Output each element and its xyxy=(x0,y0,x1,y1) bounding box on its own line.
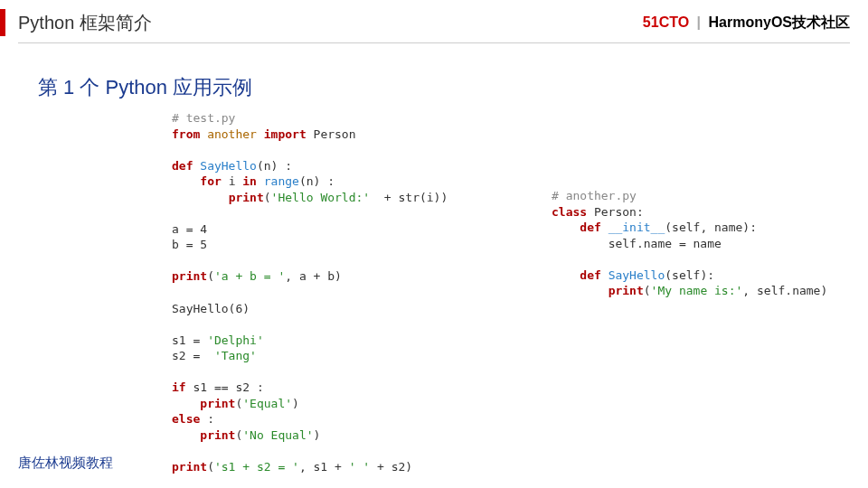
string-literal: 'a + b = ' xyxy=(214,269,285,283)
sayhello-params: (self): xyxy=(665,268,714,282)
builtin-range: range xyxy=(264,174,299,188)
slide-header: Python 框架简介 51CTO | HarmonyOS技术社区 xyxy=(18,11,850,43)
expr: , s1 + xyxy=(299,460,349,474)
keyword-print: print xyxy=(200,397,235,410)
string-literal: 'Delphi' xyxy=(207,333,264,347)
keyword-def: def xyxy=(172,159,193,173)
else-tail: : xyxy=(200,412,214,426)
string-literal: 'No Equal' xyxy=(242,428,313,442)
keyword-import: import xyxy=(264,127,307,141)
string-literal: 'Hello World:' xyxy=(271,191,371,204)
s1-assign: s1 = xyxy=(172,333,207,347)
keyword-from: from xyxy=(172,127,200,141)
expr-tail: + s2) xyxy=(370,460,412,474)
section-title: 第 1 个 Python 应用示例 xyxy=(38,74,252,101)
brand-harmony: HarmonyOS技术社区 xyxy=(709,14,850,30)
keyword-in: in xyxy=(242,174,257,188)
brand-51cto: 51CTO xyxy=(643,14,689,30)
keyword-else: else xyxy=(172,412,200,426)
comment: # test.py xyxy=(172,111,235,125)
header-title: Python 框架简介 xyxy=(18,11,152,35)
keyword-print: print xyxy=(172,269,207,283)
var: i xyxy=(229,174,236,188)
brand-separator: | xyxy=(697,14,701,30)
keyword-def: def xyxy=(580,268,600,282)
keyword-print: print xyxy=(172,460,207,474)
init-params: (self, name): xyxy=(665,221,757,234)
assign-a: a = 4 xyxy=(172,222,207,236)
expr: , a + b) xyxy=(285,269,342,283)
keyword-print: print xyxy=(609,284,644,297)
code-block-test-py: # test.py from another import Person def… xyxy=(172,110,448,488)
keyword-class: class xyxy=(552,205,587,219)
params: (n) : xyxy=(257,159,292,173)
comment: # another.py xyxy=(552,189,637,202)
print-tail: , self.name) xyxy=(742,284,827,297)
assign-b: b = 5 xyxy=(172,238,207,251)
dunder-init: __init__ xyxy=(609,221,665,234)
footer-credit: 唐佐林视频教程 xyxy=(18,455,113,472)
function-name: SayHello xyxy=(609,268,665,282)
keyword-if: if xyxy=(172,380,186,394)
module-name: another xyxy=(207,127,257,141)
expr: + str(i)) xyxy=(370,191,448,204)
if-cond: s1 == s2 : xyxy=(186,380,264,394)
class-name: Person xyxy=(314,127,356,141)
s2-assign: s2 = xyxy=(172,349,214,362)
string-literal: 's1 + s2 = ' xyxy=(214,460,299,474)
call-sayhello: SayHello(6) xyxy=(172,302,250,315)
string-literal: ' ' xyxy=(349,460,370,474)
string-literal: 'Tang' xyxy=(214,349,257,362)
string-literal: 'My name is:' xyxy=(651,284,743,297)
keyword-print: print xyxy=(229,191,264,204)
header-brand: 51CTO | HarmonyOS技术社区 xyxy=(643,14,850,33)
code-block-another-py: # another.py class Person: def __init__(… xyxy=(552,188,827,299)
function-name: SayHello xyxy=(200,159,257,173)
string-literal: 'Equal' xyxy=(242,397,292,410)
keyword-for: for xyxy=(200,174,221,188)
range-tail: (n) : xyxy=(299,174,335,188)
keyword-print: print xyxy=(200,428,235,442)
accent-bar xyxy=(0,9,5,36)
self-name-assign: self.name = name xyxy=(609,237,722,250)
keyword-def: def xyxy=(580,221,600,234)
class-name: Person: xyxy=(587,205,644,219)
